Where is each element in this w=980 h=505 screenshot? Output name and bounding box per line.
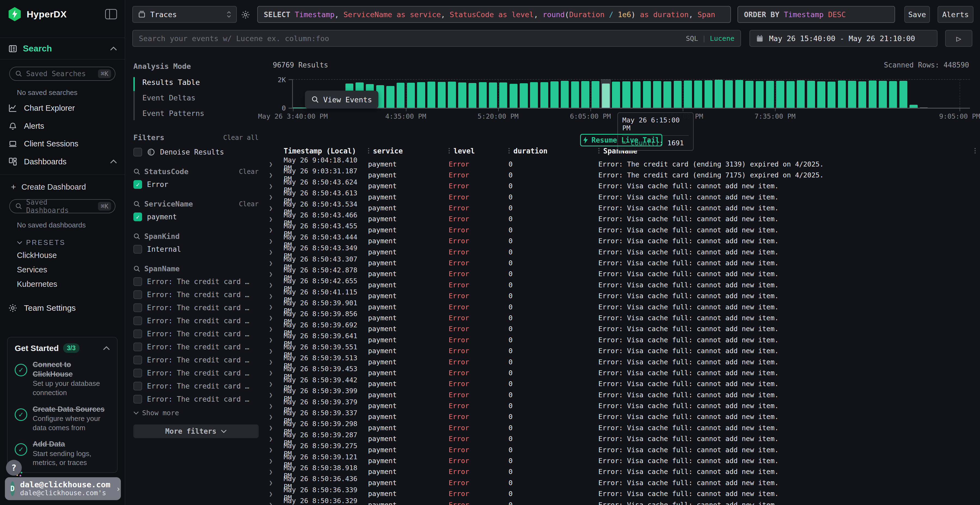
row-expand-chevron-icon[interactable]: ❯ bbox=[267, 501, 277, 505]
mode-event-patterns[interactable]: Event Patterns bbox=[142, 109, 204, 118]
table-row[interactable]: ❯May 26 8:50:39.287 PMpaymentError0Error… bbox=[267, 431, 980, 442]
chart-bar[interactable] bbox=[898, 79, 909, 108]
row-expand-chevron-icon[interactable]: ❯ bbox=[267, 457, 277, 464]
filter-option[interactable]: Error: The credit card … bbox=[134, 343, 259, 351]
col-timestamp[interactable]: Timestamp (Local) bbox=[284, 147, 356, 155]
checkbox[interactable] bbox=[134, 356, 142, 364]
col-duration[interactable]: duration bbox=[514, 147, 547, 155]
row-expand-chevron-icon[interactable]: ❯ bbox=[267, 160, 277, 168]
show-more-link[interactable]: Show more bbox=[134, 409, 259, 417]
resume-live-tail-button[interactable]: Resume Live Tail bbox=[580, 134, 662, 146]
run-query-button[interactable]: ▷ bbox=[945, 30, 972, 47]
alerts-button[interactable]: Alerts bbox=[937, 6, 974, 23]
chart-bar[interactable] bbox=[611, 79, 621, 108]
chart-bar[interactable] bbox=[652, 79, 662, 108]
filter-option[interactable]: Error: The credit card … bbox=[134, 356, 259, 364]
row-expand-chevron-icon[interactable]: ❯ bbox=[267, 226, 277, 233]
chart-bar[interactable] bbox=[498, 79, 509, 108]
chart-bar[interactable] bbox=[293, 79, 303, 108]
chart-bar[interactable] bbox=[426, 79, 437, 108]
row-expand-chevron-icon[interactable]: ❯ bbox=[267, 435, 277, 442]
table-row[interactable]: ❯May 26 8:50:39.551 PMpaymentError0Error… bbox=[267, 343, 980, 354]
chart-bar[interactable] bbox=[806, 79, 816, 108]
event-search-input[interactable]: Search your events w/ Lucene ex. column:… bbox=[132, 30, 741, 47]
row-expand-chevron-icon[interactable]: ❯ bbox=[267, 413, 277, 420]
chart-bar[interactable] bbox=[908, 79, 919, 108]
search-icon[interactable] bbox=[134, 168, 140, 175]
table-row[interactable]: ❯May 26 8:50:39.856 PMpaymentError0Error… bbox=[267, 310, 980, 321]
row-expand-chevron-icon[interactable]: ❯ bbox=[267, 326, 277, 332]
checkbox[interactable] bbox=[134, 303, 142, 312]
chart-bar[interactable] bbox=[765, 79, 775, 108]
checkbox[interactable] bbox=[134, 148, 142, 156]
view-events-button[interactable]: View Events bbox=[305, 91, 379, 108]
row-expand-chevron-icon[interactable]: ❯ bbox=[267, 402, 277, 410]
row-expand-chevron-icon[interactable]: ❯ bbox=[267, 446, 277, 453]
chart-bar[interactable] bbox=[590, 79, 601, 108]
row-expand-chevron-icon[interactable]: ❯ bbox=[267, 248, 277, 256]
row-expand-chevron-icon[interactable]: ❯ bbox=[267, 205, 277, 212]
chart-bar[interactable] bbox=[796, 79, 806, 108]
row-expand-chevron-icon[interactable]: ❯ bbox=[267, 194, 277, 200]
table-row[interactable]: ❯May 26 8:50:43.624 PMpaymentError0Error… bbox=[267, 178, 980, 189]
filter-option[interactable]: Error: The credit card … bbox=[134, 303, 259, 312]
table-row[interactable]: ❯May 26 8:50:43.444 PMpaymentError0Error… bbox=[267, 233, 980, 244]
col-service[interactable]: service bbox=[373, 147, 403, 155]
row-expand-chevron-icon[interactable]: ❯ bbox=[267, 380, 277, 387]
row-expand-chevron-icon[interactable]: ❯ bbox=[267, 391, 277, 399]
chevron-up-icon[interactable] bbox=[110, 159, 117, 164]
saved-searches-input[interactable]: Saved Searches ⌘K bbox=[9, 67, 115, 81]
presets-toggle[interactable]: PRESETS bbox=[0, 232, 125, 248]
chart-bar[interactable] bbox=[580, 79, 590, 108]
chart-bar[interactable] bbox=[457, 79, 468, 108]
chart-bar[interactable] bbox=[755, 79, 765, 108]
table-row[interactable]: ❯May 26 8:50:43.466 PMpaymentError0Error… bbox=[267, 211, 980, 222]
search-icon[interactable] bbox=[134, 265, 140, 272]
get-started-item[interactable]: ✓Add DataStart sending logs, metrics, or… bbox=[15, 440, 110, 467]
row-expand-chevron-icon[interactable]: ❯ bbox=[267, 183, 277, 190]
row-expand-chevron-icon[interactable]: ❯ bbox=[267, 216, 277, 222]
sidebar-item-dashboards[interactable]: Dashboards bbox=[0, 152, 125, 171]
chart-bar[interactable] bbox=[703, 79, 714, 108]
get-started-item[interactable]: ✓Connect to ClickHouseSet up your databa… bbox=[15, 360, 110, 397]
filter-option[interactable]: Error: The credit card … bbox=[134, 277, 259, 286]
row-expand-chevron-icon[interactable]: ❯ bbox=[267, 260, 277, 267]
clear-all-link[interactable]: Clear all bbox=[223, 134, 259, 141]
chart-bar[interactable] bbox=[950, 79, 960, 108]
col-level[interactable]: level bbox=[453, 147, 475, 155]
chart-bar[interactable] bbox=[560, 79, 570, 108]
table-row[interactable]: ❯May 26 9:04:18.410 PMpaymentError0Error… bbox=[267, 156, 980, 167]
preset-kubernetes[interactable]: Kubernetes bbox=[0, 277, 125, 291]
checkbox[interactable] bbox=[134, 343, 142, 351]
chart-bar[interactable] bbox=[826, 79, 837, 108]
checkbox[interactable]: ✓ bbox=[134, 180, 142, 189]
chart-bar[interactable] bbox=[816, 79, 826, 108]
team-settings-button[interactable]: Team Settings bbox=[0, 291, 125, 313]
row-expand-chevron-icon[interactable]: ❯ bbox=[267, 238, 277, 245]
chart-bar[interactable] bbox=[385, 79, 396, 108]
chart-bar[interactable] bbox=[857, 79, 867, 108]
row-expand-chevron-icon[interactable]: ❯ bbox=[267, 292, 277, 300]
chart-bar[interactable] bbox=[775, 79, 785, 108]
table-row[interactable]: ❯May 26 8:50:43.349 PMpaymentError0Error… bbox=[267, 244, 980, 255]
preset-clickhouse[interactable]: ClickHouse bbox=[0, 248, 125, 262]
chart-bar[interactable] bbox=[519, 79, 529, 108]
chart-bar[interactable] bbox=[734, 79, 745, 108]
get-started-item[interactable]: ✓Create Data SourcesConfigure where your… bbox=[15, 405, 110, 433]
table-row[interactable]: ❯May 26 8:50:39.901 PMpaymentError0Error… bbox=[267, 299, 980, 310]
preset-services[interactable]: Services bbox=[0, 262, 125, 277]
filter-option[interactable]: Error: The credit card … bbox=[134, 382, 259, 391]
chart-bar[interactable] bbox=[416, 79, 426, 108]
chart-bar[interactable] bbox=[867, 79, 878, 108]
chevron-up-icon[interactable] bbox=[103, 346, 110, 351]
table-row[interactable]: ❯May 26 8:50:39.692 PMpaymentError0Error… bbox=[267, 321, 980, 332]
chart-bar[interactable] bbox=[601, 79, 611, 108]
chart-bar[interactable] bbox=[632, 79, 642, 108]
chart-bar[interactable] bbox=[529, 79, 539, 108]
chart-bar[interactable] bbox=[785, 79, 796, 108]
mode-results-table[interactable]: Results Table bbox=[142, 78, 204, 87]
chart-bar[interactable] bbox=[508, 79, 519, 108]
chart-bar[interactable] bbox=[488, 79, 498, 108]
table-row[interactable]: ❯May 26 8:50:39.121 PMpaymentError0Error… bbox=[267, 453, 980, 464]
row-expand-chevron-icon[interactable]: ❯ bbox=[267, 314, 277, 321]
